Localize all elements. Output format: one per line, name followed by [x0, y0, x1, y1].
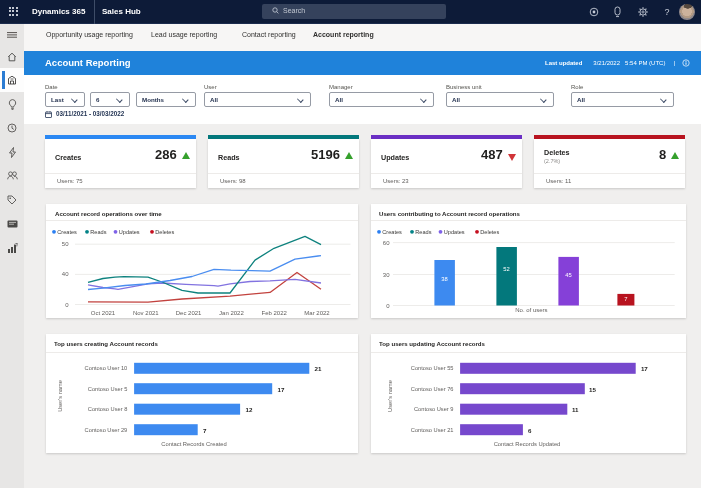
svg-text:7: 7 [624, 296, 627, 302]
svg-text:Mar 2022: Mar 2022 [304, 310, 330, 316]
svg-text:12: 12 [246, 406, 253, 413]
svg-text:Contact Records Updated: Contact Records Updated [493, 441, 560, 447]
svg-text:11: 11 [572, 406, 579, 413]
svg-text:Jan 2022: Jan 2022 [219, 310, 244, 316]
svg-text:User's name: User's name [57, 380, 63, 412]
svg-text:Reads: Reads [415, 229, 431, 235]
svg-text:Nov 2021: Nov 2021 [133, 310, 159, 316]
svg-text:0: 0 [65, 302, 69, 308]
svg-text:Creates: Creates [382, 229, 402, 235]
svg-text:17: 17 [640, 365, 647, 372]
svg-text:User's name: User's name [387, 380, 393, 412]
svg-text:Updates: Updates [443, 229, 464, 235]
svg-text:Contoso User 5: Contoso User 5 [88, 386, 128, 392]
svg-text:Contoso User 55: Contoso User 55 [410, 365, 453, 371]
svg-text:Contoso User 10: Contoso User 10 [85, 365, 128, 371]
svg-text:No. of users: No. of users [515, 307, 547, 313]
svg-text:30: 30 [382, 272, 389, 278]
svg-text:Contoso User 21: Contoso User 21 [410, 427, 453, 433]
svg-text:0: 0 [386, 303, 390, 309]
svg-text:17: 17 [278, 386, 285, 393]
svg-text:Deletes: Deletes [480, 229, 499, 235]
svg-text:6: 6 [528, 427, 532, 434]
svg-text:7: 7 [203, 427, 207, 434]
svg-text:60: 60 [382, 240, 389, 246]
svg-text:38: 38 [441, 276, 447, 282]
svg-text:50: 50 [62, 241, 69, 247]
svg-text:Contact Records Created: Contact Records Created [161, 441, 226, 447]
svg-text:45: 45 [565, 272, 571, 278]
svg-text:Contoso User 29: Contoso User 29 [85, 427, 128, 433]
svg-text:Oct 2021: Oct 2021 [91, 310, 116, 316]
svg-text:Contoso User 76: Contoso User 76 [410, 386, 453, 392]
svg-text:Deletes: Deletes [155, 229, 174, 235]
svg-text:Feb 2022: Feb 2022 [262, 310, 288, 316]
svg-text:Updates: Updates [119, 229, 140, 235]
svg-text:21: 21 [315, 365, 322, 372]
svg-text:Contoso User 9: Contoso User 9 [413, 406, 453, 412]
svg-text:Reads: Reads [90, 229, 106, 235]
svg-text:Dec 2021: Dec 2021 [176, 310, 202, 316]
svg-text:15: 15 [589, 386, 596, 393]
svg-text:40: 40 [62, 271, 69, 277]
svg-text:Contoso User 8: Contoso User 8 [88, 406, 128, 412]
svg-text:52: 52 [503, 266, 509, 272]
svg-text:Creates: Creates [57, 229, 77, 235]
